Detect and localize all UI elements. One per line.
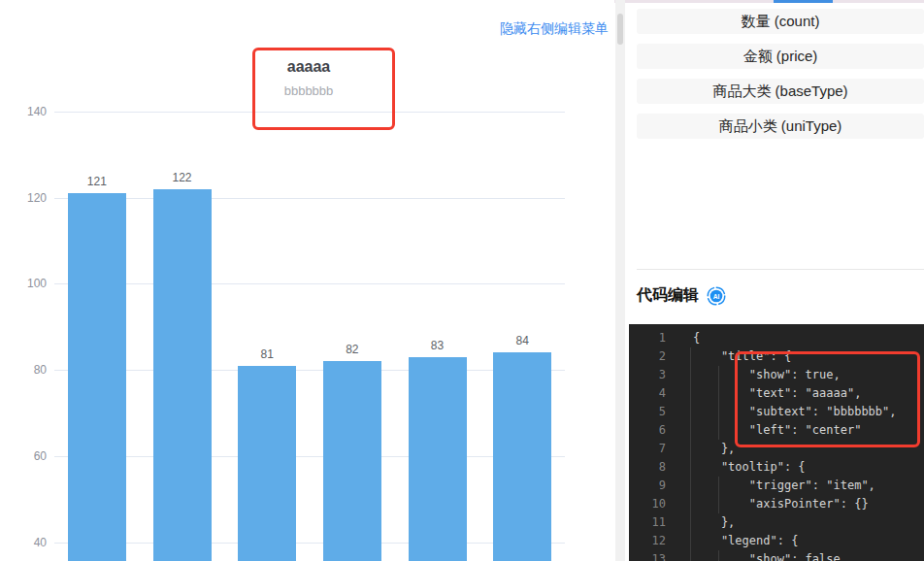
chart-subtitle: bbbbbbb: [284, 84, 334, 98]
ai-badge-icon[interactable]: AI: [707, 286, 726, 306]
bar-value-label: 121: [68, 175, 126, 188]
bar-value-label: 82: [323, 343, 381, 356]
bar-value-label: 83: [409, 339, 467, 352]
line-number: 10: [629, 495, 666, 513]
indent-guide: [718, 550, 719, 561]
y-axis-tick: 120: [0, 191, 47, 205]
code-line-text[interactable]: "subtext": "bbbbbbb",: [693, 403, 897, 421]
svg-text:AI: AI: [713, 292, 720, 299]
field-option[interactable]: 商品大类 (baseType): [637, 79, 924, 104]
chart-bar[interactable]: [323, 361, 381, 561]
code-editor[interactable]: 1{2 "title": {3 "show": true,4 "text": "…: [629, 324, 924, 561]
y-axis-tick: 40: [0, 536, 47, 549]
hide-right-menu-link[interactable]: 隐藏右侧编辑菜单: [500, 20, 609, 38]
chart-bar[interactable]: [238, 366, 296, 561]
code-line-text[interactable]: {: [693, 329, 700, 347]
y-axis-tick: 80: [0, 363, 47, 377]
code-editor-header: 代码编辑 AI: [637, 285, 726, 306]
gridline: [54, 283, 565, 284]
gridline: [54, 543, 565, 544]
line-number: 1: [629, 329, 666, 347]
chart-bar[interactable]: [409, 357, 467, 561]
code-line-text[interactable]: "show": false: [693, 550, 841, 561]
chart-canvas: 隐藏右侧编辑菜单 aaaaa bbbbbbb 14012010080604012…: [0, 0, 614, 561]
chart-bar[interactable]: [493, 352, 551, 561]
line-number: 7: [629, 440, 666, 458]
code-line-text[interactable]: "tooltip": {: [693, 458, 806, 477]
panel-scrollbar-thumb[interactable]: [617, 14, 623, 45]
gridline: [54, 370, 565, 371]
chart-title: aaaaa: [284, 58, 334, 75]
indent-guide: [690, 347, 691, 561]
code-editor-title: 代码编辑: [637, 285, 699, 306]
code-line-text[interactable]: "axisPointer": {}: [693, 495, 869, 513]
line-number: 13: [629, 550, 666, 561]
line-number: 9: [629, 477, 666, 495]
line-number: 12: [629, 532, 666, 550]
field-option[interactable]: 金额 (price): [637, 44, 924, 69]
code-line-text[interactable]: "trigger": "item",: [693, 477, 875, 495]
bar-value-label: 122: [153, 171, 212, 184]
code-line-text[interactable]: },: [693, 440, 735, 458]
chart-bar[interactable]: [153, 189, 212, 561]
chart-bar[interactable]: [68, 193, 126, 561]
code-line-text[interactable]: "title": {: [693, 347, 791, 366]
y-axis-tick: 60: [0, 449, 47, 463]
code-line-text[interactable]: },: [693, 513, 735, 532]
indent-guide: [718, 477, 719, 513]
line-number: 2: [629, 347, 666, 366]
field-option[interactable]: 商品小类 (uniType): [637, 114, 924, 139]
y-axis-tick: 100: [0, 277, 47, 290]
gridline: [54, 112, 565, 113]
code-line-text[interactable]: "show": true,: [693, 366, 841, 384]
code-line-text[interactable]: "legend": {: [693, 532, 798, 550]
bar-value-label: 81: [238, 347, 296, 361]
y-axis-tick: 140: [0, 105, 47, 118]
gridline: [54, 456, 565, 457]
gridline: [54, 198, 565, 199]
field-option[interactable]: 数量 (count): [637, 9, 924, 34]
section-divider: [637, 269, 924, 270]
line-number: 11: [629, 513, 666, 532]
line-number: 8: [629, 458, 666, 477]
line-number: 6: [629, 421, 666, 440]
line-number: 3: [629, 366, 666, 384]
indent-guide: [718, 366, 719, 440]
chart-title-group: aaaaa bbbbbbb: [284, 58, 334, 98]
panel-divider-track: [615, 0, 625, 561]
bar-value-label: 84: [493, 334, 551, 347]
line-number: 5: [629, 403, 666, 421]
line-number: 4: [629, 384, 666, 403]
